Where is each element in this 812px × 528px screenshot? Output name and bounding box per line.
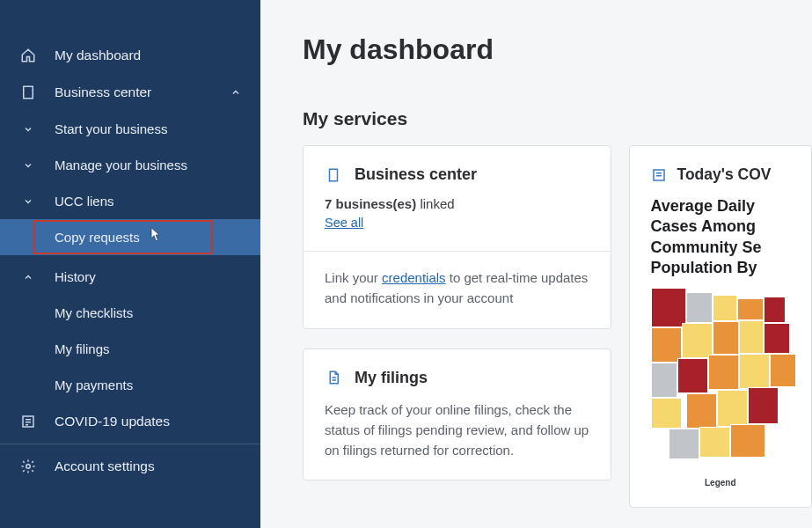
building-icon <box>325 166 342 184</box>
covid-card-title: Today's COV <box>677 165 772 184</box>
card-covid: Today's COV Average Daily Cases Among Co… <box>629 145 812 508</box>
nav-my-checklists[interactable]: My checklists <box>0 295 260 331</box>
page-title: My dashboard <box>303 33 812 66</box>
nav-label: Business center <box>40 84 227 100</box>
nav-manage-your-business[interactable]: Manage your business <box>0 147 260 183</box>
card-body: Link your credentials to get real-time u… <box>325 268 589 309</box>
chevron-up-icon <box>227 87 245 98</box>
cards-row: Business center 7 business(es) linked Se… <box>303 145 812 508</box>
card-title: Business center <box>355 165 477 184</box>
chevron-down-icon <box>16 124 40 135</box>
chevron-up-icon <box>16 272 40 282</box>
see-all-link[interactable]: See all <box>325 216 363 230</box>
chevron-down-icon <box>16 160 40 171</box>
nav-label: Copy requests <box>40 230 245 245</box>
nav-label: UCC liens <box>40 194 245 209</box>
nav-history[interactable]: History <box>0 259 260 295</box>
card-title: My filings <box>355 369 428 387</box>
nav-account-settings[interactable]: Account settings <box>0 448 260 485</box>
card-my-filings: My filings Keep track of your online fil… <box>303 348 611 481</box>
nav-label: Start your business <box>40 121 245 136</box>
nav-label: My payments <box>40 378 245 392</box>
card-body: Keep track of your online filings, check… <box>325 400 589 461</box>
divider <box>0 444 260 444</box>
covid-map <box>651 288 809 473</box>
card-business-center: Business center 7 business(es) linked Se… <box>303 145 611 329</box>
svg-point-11 <box>26 465 31 469</box>
credentials-link[interactable]: credentials <box>382 270 446 285</box>
legend-label: Legend <box>651 478 790 488</box>
nav-label: My filings <box>40 341 245 356</box>
document-icon <box>325 369 342 386</box>
chevron-down-icon <box>16 196 40 207</box>
business-count: 7 business(es) linked <box>325 196 589 211</box>
nav-history-group: History My checklists My filings My paym… <box>0 259 260 403</box>
svg-rect-0 <box>24 86 33 99</box>
nav-business-center[interactable]: Business center <box>0 74 260 111</box>
nav-label: Manage your business <box>40 158 245 172</box>
section-my-services: My services <box>303 108 812 129</box>
sidebar: My dashboard Business center Start your … <box>0 0 260 528</box>
nav-start-your-business[interactable]: Start your business <box>0 111 260 147</box>
home-icon <box>16 48 40 63</box>
main-content: My dashboard My services Business center… <box>260 0 812 528</box>
nav-label: Account settings <box>40 458 245 474</box>
nav-label: History <box>40 269 245 284</box>
nav-my-dashboard[interactable]: My dashboard <box>0 37 260 74</box>
nav-copy-requests[interactable]: Copy requests <box>0 219 260 255</box>
gear-icon <box>16 458 40 474</box>
svg-rect-12 <box>330 169 338 181</box>
covid-subtitle: Average Daily Cases Among Community Se P… <box>651 196 790 279</box>
nav-my-filings[interactable]: My filings <box>0 331 260 367</box>
nav-ucc-liens[interactable]: UCC liens <box>0 183 260 219</box>
nav-covid-updates[interactable]: COVID-19 updates <box>0 403 260 440</box>
news-icon <box>651 167 667 183</box>
nav-label: COVID-19 updates <box>40 414 245 429</box>
nav-business-center-sub: Start your business Manage your business… <box>0 111 260 255</box>
news-icon <box>16 414 40 429</box>
nav-label: My dashboard <box>40 48 245 63</box>
nav-my-payments[interactable]: My payments <box>0 367 260 403</box>
building-icon <box>16 84 40 100</box>
nav-label: My checklists <box>40 305 245 320</box>
